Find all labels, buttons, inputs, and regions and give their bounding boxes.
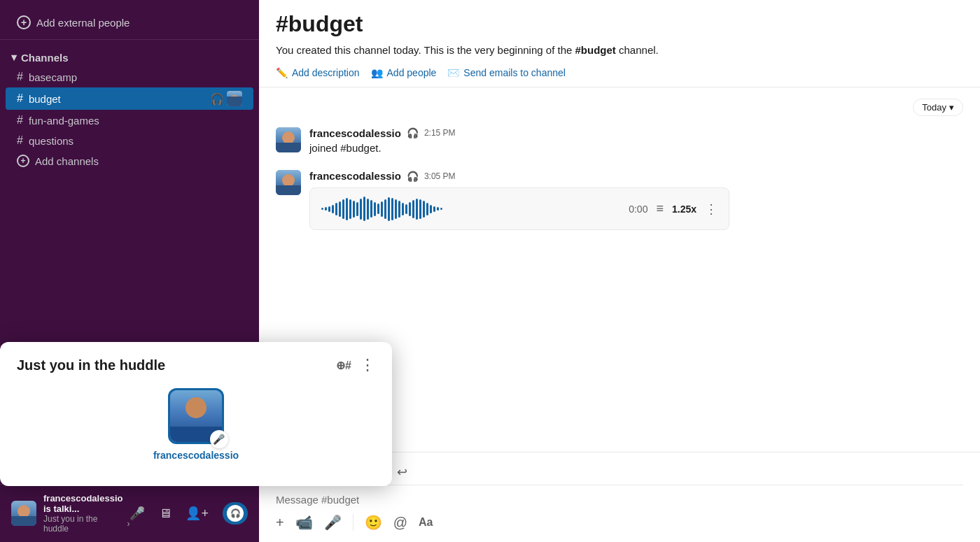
hash-icon: # xyxy=(17,71,23,83)
send-emails-button[interactable]: ✉️ Send emails to channel xyxy=(447,67,566,78)
huddle-participants: 🎤 francescodalessio xyxy=(17,388,375,461)
headphone-icon-1: 🎧 xyxy=(407,127,419,138)
sidebar-item-basecamp[interactable]: # basecamp xyxy=(6,67,253,87)
plus-icon: + xyxy=(17,15,31,29)
channel-title: #budget xyxy=(276,11,963,37)
avatar-badge xyxy=(227,91,242,106)
talking-status-text: Just you in the huddle xyxy=(43,514,124,534)
chevron-down-icon: ▾ xyxy=(949,102,954,113)
avatar xyxy=(276,127,301,152)
headphone-toggle-icon: 🎧 xyxy=(227,505,244,522)
audio-more-icon[interactable]: ⋮ xyxy=(705,201,718,217)
add-channels-plus-icon: + xyxy=(17,155,29,167)
waveform xyxy=(321,197,620,221)
add-people-icon: 👥 xyxy=(371,67,383,78)
bottom-icons: 🎤 🖥 👤+ 🎧 xyxy=(130,502,248,525)
audio-speed: 1.25x xyxy=(672,204,696,215)
collapse-icon: ▾ xyxy=(11,51,17,64)
channel-header: #budget You created this channel today. … xyxy=(259,0,980,87)
sidebar-item-fun-and-games[interactable]: # fun-and-games xyxy=(6,110,253,130)
format-button[interactable]: Aa xyxy=(419,516,433,529)
channel-badges: 🎧 xyxy=(210,91,242,106)
channel-name-fun: fun-and-games xyxy=(29,115,99,127)
participant-avatar-wrap: 🎤 xyxy=(168,388,224,444)
talking-indicator[interactable]: francescodalessio is talki... Just you i… xyxy=(11,493,130,534)
add-person-icon[interactable]: 👤+ xyxy=(186,506,209,521)
add-description-label: Add description xyxy=(292,67,360,78)
mic-badge-icon: 🎤 xyxy=(210,430,228,448)
message-header-1: francescodalessio 🎧 2:15 PM xyxy=(309,127,963,139)
desc-channel: #budget xyxy=(575,44,616,56)
avatar xyxy=(276,170,301,195)
microphone-icon[interactable]: 🎤 xyxy=(130,506,145,521)
input-actions: + 📹 🎤 🙂 @ Aa xyxy=(276,511,963,531)
huddle-toggle[interactable]: 🎧 xyxy=(223,502,248,525)
huddle-more-icon[interactable]: ⋮ xyxy=(360,356,375,374)
headphone-icon: 🎧 xyxy=(210,92,224,106)
desc-prefix: You created this channel today. This is … xyxy=(276,44,575,56)
channel-name-budget: budget xyxy=(29,93,61,105)
add-people-label: Add people xyxy=(387,67,437,78)
huddle-actions: ⊕# ⋮ xyxy=(336,356,375,374)
desc-suffix: channel. xyxy=(616,44,659,56)
channels-header-label: Channels xyxy=(21,52,69,64)
huddle-header: Just you in the huddle ⊕# ⋮ xyxy=(17,356,375,374)
add-people-button[interactable]: 👥 Add people xyxy=(371,67,437,78)
add-external-label: Add external people xyxy=(36,17,130,29)
talking-avatar xyxy=(11,501,36,526)
huddle-channel-icon[interactable]: ⊕# xyxy=(336,359,351,372)
add-description-button[interactable]: ✏️ Add description xyxy=(276,67,360,78)
headphone-icon-2: 🎧 xyxy=(407,171,419,182)
email-icon: ✉️ xyxy=(447,67,459,78)
add-attachment-button[interactable]: + xyxy=(276,515,284,531)
audio-time: 0:00 xyxy=(629,204,648,215)
mention-button[interactable]: @ xyxy=(393,515,407,531)
audio-button[interactable]: 🎤 xyxy=(324,514,342,531)
message-content-1: francescodalessio 🎧 2:15 PM joined #budg… xyxy=(309,127,963,157)
message-header-2: francescodalessio 🎧 3:05 PM xyxy=(309,170,963,182)
screen-share-icon[interactable]: 🖥 xyxy=(159,506,172,521)
talking-status: Just you in the huddle › xyxy=(43,514,130,534)
audio-player[interactable]: 0:00 ≡ 1.25x ⋮ xyxy=(309,187,729,230)
message-content-2: francescodalessio 🎧 3:05 PM 0:00 ≡ 1.25x… xyxy=(309,170,963,230)
msg-author-2: francescodalessio xyxy=(309,170,401,182)
sidebar-bottom: francescodalessio is talki... Just you i… xyxy=(0,484,259,542)
add-channels-label: Add channels xyxy=(35,155,99,167)
pencil-icon: ✏️ xyxy=(276,67,288,78)
hash-icon-fun: # xyxy=(17,114,23,127)
sidebar-item-budget[interactable]: # budget 🎧 xyxy=(6,87,253,110)
input-divider xyxy=(353,514,354,531)
add-channels-button[interactable]: + Add channels xyxy=(6,151,253,171)
participant-card: 🎤 francescodalessio xyxy=(153,388,239,461)
msg-time-1: 2:15 PM xyxy=(424,128,456,138)
quote-button[interactable]: ↩ xyxy=(395,462,410,482)
send-emails-label: Send emails to channel xyxy=(463,67,566,78)
channels-header[interactable]: ▾ Channels xyxy=(0,48,259,66)
sidebar-item-questions[interactable]: # questions xyxy=(6,131,253,150)
date-label: Today xyxy=(922,102,946,113)
channel-name-questions: questions xyxy=(29,135,74,147)
talking-name: francescodalessio is talki... xyxy=(43,493,130,514)
video-button[interactable]: 📹 xyxy=(295,514,313,531)
channels-section: ▾ Channels # basecamp # budget 🎧 # fun-a… xyxy=(0,40,259,180)
huddle-popup: Just you in the huddle ⊕# ⋮ 🎤 francescod… xyxy=(0,342,392,486)
msg-author-1: francescodalessio xyxy=(309,127,401,139)
hash-icon-questions: # xyxy=(17,134,23,147)
talking-text: francescodalessio is talki... Just you i… xyxy=(43,493,130,534)
audio-menu-icon: ≡ xyxy=(656,201,664,216)
channel-actions: ✏️ Add description 👥 Add people ✉️ Send … xyxy=(276,67,963,78)
participant-name: francescodalessio xyxy=(153,450,239,461)
huddle-title: Just you in the huddle xyxy=(17,357,165,373)
channel-description: You created this channel today. This is … xyxy=(276,43,963,59)
message-input[interactable] xyxy=(276,488,963,511)
msg-text-1: joined #budget. xyxy=(309,141,963,157)
hash-icon-budget: # xyxy=(17,92,23,105)
table-row: francescodalessio 🎧 3:05 PM 0:00 ≡ 1.25x… xyxy=(276,170,963,230)
add-external-button[interactable]: + Add external people xyxy=(11,11,248,34)
emoji-button[interactable]: 🙂 xyxy=(365,514,382,531)
channel-name-basecamp: basecamp xyxy=(29,71,77,83)
table-row: francescodalessio 🎧 2:15 PM joined #budg… xyxy=(276,127,963,157)
sidebar-top: + Add external people xyxy=(0,0,259,40)
date-badge[interactable]: Today ▾ xyxy=(913,99,963,116)
msg-time-2: 3:05 PM xyxy=(424,171,456,181)
